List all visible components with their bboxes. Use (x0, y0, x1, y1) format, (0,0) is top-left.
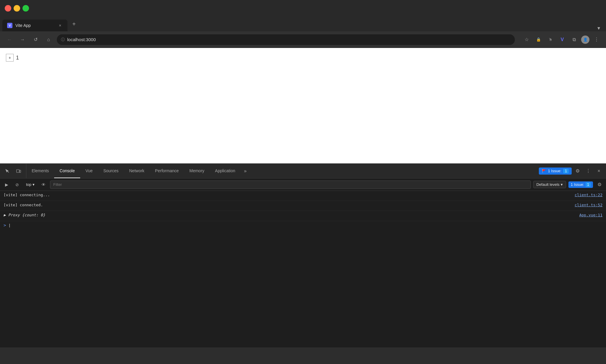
console-cursor: | (8, 223, 11, 228)
console-link-1[interactable]: client.ts:22 (575, 193, 602, 197)
console-link-2[interactable]: client.ts:52 (575, 203, 602, 207)
console-text-1: [vite] connecting... (4, 193, 575, 197)
tab-performance[interactable]: Performance (150, 164, 184, 178)
close-window-button[interactable] (5, 5, 11, 12)
console-issue-count: 1 (586, 182, 591, 187)
devtools-settings-button[interactable]: ⚙ (573, 166, 582, 176)
home-button[interactable]: ⌂ (44, 35, 53, 44)
console-block-button[interactable]: ⊘ (13, 181, 21, 189)
tab-network[interactable]: Network (124, 164, 149, 178)
profile-avatar[interactable]: 👤 (581, 36, 589, 44)
console-eye-button[interactable]: 👁 (39, 181, 48, 189)
tab-close-button[interactable]: × (57, 23, 63, 28)
console-issue-badge[interactable]: 1 Issue: 1 (568, 181, 593, 188)
svg-rect-0 (17, 170, 19, 173)
counter-area: + 1 (6, 54, 19, 62)
console-input-line[interactable]: > | (0, 221, 606, 229)
console-link-3[interactable]: App.vue:11 (579, 213, 602, 217)
console-clear-button[interactable]: ▶ (2, 181, 11, 189)
address-text: localhost:3000 (67, 37, 511, 42)
counter-button[interactable]: + (6, 54, 14, 62)
console-issue-text: 1 Issue: (571, 182, 584, 187)
device-toggle-button[interactable] (14, 166, 24, 176)
context-label: top (26, 182, 31, 187)
traffic-lights (5, 5, 29, 12)
console-message-2: [vite] connected. client.ts:52 (0, 201, 606, 211)
issues-badge[interactable]: 🚩 1 Issue: 1 (539, 167, 572, 175)
vite-extension-button[interactable]: V (557, 35, 567, 44)
tab-memory[interactable]: Memory (184, 164, 210, 178)
devtools-tools (0, 164, 26, 178)
issue-count: 1 (563, 169, 569, 173)
extension-lock-button[interactable]: 🔒 (534, 35, 543, 44)
address-info-icon: ⓘ (61, 37, 65, 42)
tab-sources[interactable]: Sources (98, 164, 124, 178)
issue-badge-text: 1 Issue: (548, 169, 562, 173)
page-content: + 1 (0, 48, 606, 163)
svg-rect-1 (20, 170, 21, 173)
extensions-button[interactable]: ⧉ (569, 35, 579, 44)
tab-dropdown-button[interactable]: ▾ (597, 25, 600, 31)
devtools-panel: Elements Console Vue Sources Network Per… (0, 163, 606, 347)
more-options-button[interactable]: ⋮ (592, 35, 601, 44)
levels-dropdown-icon: ▾ (561, 182, 563, 187)
context-selector[interactable]: top ▾ (24, 181, 37, 188)
title-bar (0, 0, 606, 17)
console-output: [vite] connecting... client.ts:22 [vite]… (0, 191, 606, 347)
minimize-window-button[interactable] (14, 5, 20, 12)
new-tab-button[interactable]: + (69, 19, 79, 29)
console-filter-input[interactable] (50, 181, 531, 189)
address-actions: ☆ 🔒 🖱 V ⧉ 👤 ⋮ (522, 35, 601, 44)
bookmark-button[interactable]: ☆ (522, 35, 531, 44)
tab-vue[interactable]: Vue (80, 164, 98, 178)
address-bar: ← → ↺ ⌂ ⓘ localhost:3000 ☆ 🔒 🖱 V (0, 31, 606, 48)
console-toolbar: ▶ ⊘ top ▾ 👁 Default levels ▾ 1 Issue: 1 … (0, 178, 606, 191)
issue-icon: 🚩 (542, 169, 546, 173)
tab-application[interactable]: Application (210, 164, 241, 178)
console-text-3: ▶ Proxy {count: 0} (4, 213, 579, 217)
context-dropdown-icon: ▾ (33, 182, 35, 187)
tabs-overflow-button[interactable]: » (241, 166, 250, 176)
tab-console[interactable]: Console (54, 164, 80, 178)
tab-favicon: V (7, 23, 12, 28)
console-message-1: [vite] connecting... client.ts:22 (0, 191, 606, 201)
levels-label: Default levels (536, 182, 560, 187)
console-prompt-icon: > (4, 223, 6, 228)
address-field[interactable]: ⓘ localhost:3000 (57, 34, 515, 45)
cursor-extension-button[interactable]: 🖱 (546, 35, 555, 44)
devtools-tab-bar: Elements Console Vue Sources Network Per… (0, 164, 606, 178)
maximize-window-button[interactable] (22, 5, 29, 12)
levels-selector[interactable]: Default levels ▾ (533, 181, 566, 188)
inspect-element-button[interactable] (2, 166, 12, 176)
console-settings-button[interactable]: ⚙ (595, 181, 604, 189)
tab-title: Vite App (15, 23, 54, 28)
devtools-close-button[interactable]: × (594, 166, 604, 176)
counter-value: 1 (16, 55, 19, 61)
reload-button[interactable]: ↺ (31, 35, 40, 44)
devtools-more-button[interactable]: ⋮ (584, 166, 593, 176)
console-message-3: ▶ Proxy {count: 0} App.vue:11 (0, 211, 606, 221)
forward-button[interactable]: → (18, 35, 27, 44)
tab-bar: V Vite App × + ▾ (0, 17, 606, 31)
console-text-2: [vite] connected. (4, 203, 575, 207)
devtools-right-actions: 🚩 1 Issue: 1 ⚙ ⋮ × (539, 166, 606, 176)
back-button[interactable]: ← (5, 35, 14, 44)
tab-elements[interactable]: Elements (26, 164, 54, 178)
browser-tab-vite[interactable]: V Vite App × (2, 20, 67, 31)
